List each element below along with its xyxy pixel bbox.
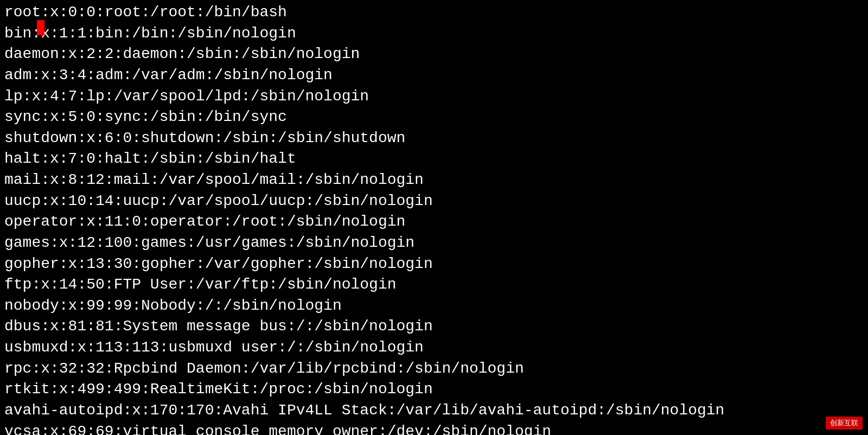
- terminal-line: sync:x:5:0:sync:/sbin:/bin/sync: [4, 107, 864, 128]
- terminal-line: ftp:x:14:50:FTP User:/var/ftp:/sbin/nolo…: [4, 274, 864, 296]
- terminal-line: adm:x:3:4:adm:/var/adm:/sbin/nologin: [4, 65, 864, 86]
- terminal-line: games:x:12:100:games:/usr/games:/sbin/no…: [4, 233, 864, 254]
- terminal-line: halt:x:7:0:halt:/sbin:/sbin/halt: [4, 149, 864, 170]
- terminal-line: root:x:0:0:root:/root:/bin/bash: [4, 2, 864, 23]
- terminal-line: rpc:x:32:32:Rpcbind Daemon:/var/lib/rpcb…: [4, 359, 864, 380]
- terminal-line: dbus:x:81:81:System message bus:/:/sbin/…: [4, 316, 864, 337]
- terminal-line: daemon:x:2:2:daemon:/sbin:/sbin/nologin: [4, 44, 864, 65]
- terminal-line: lp:x:4:7:lp:/var/spool/lpd:/sbin/nologin: [4, 86, 864, 107]
- terminal-line: avahi-autoipd:x:170:170:Avahi IPv4LL Sta…: [4, 400, 864, 421]
- terminal-line: shutdown:x:6:0:shutdown:/sbin:/sbin/shut…: [4, 128, 864, 149]
- terminal-line: gopher:x:13:30:gopher:/var/gopher:/sbin/…: [4, 254, 864, 275]
- terminal-line: operator:x:11:0:operator:/root:/sbin/nol…: [4, 212, 864, 233]
- terminal-line: bin:x:1:1:bin:/bin:/sbin/nologin: [4, 23, 864, 44]
- watermark: 创新互联: [826, 417, 863, 430]
- terminal-line: usbmuxd:x:113:113:usbmuxd user:/:/sbin/n…: [4, 337, 864, 359]
- terminal-line: rtkit:x:499:499:RealtimeKit:/proc:/sbin/…: [4, 379, 864, 400]
- terminal-line: nobody:x:99:99:Nobody:/:/sbin/nologin: [4, 296, 864, 317]
- terminal-line: mail:x:8:12:mail:/var/spool/mail:/sbin/n…: [4, 170, 864, 191]
- terminal-cursor: [37, 20, 44, 35]
- terminal-line: uucp:x:10:14:uucp:/var/spool/uucp:/sbin/…: [4, 191, 864, 212]
- terminal-line: vcsa:x:69:69:virtual console memory owne…: [4, 421, 864, 436]
- terminal-output: root:x:0:0:root:/root:/bin/bashbin:x:1:1…: [0, 0, 868, 435]
